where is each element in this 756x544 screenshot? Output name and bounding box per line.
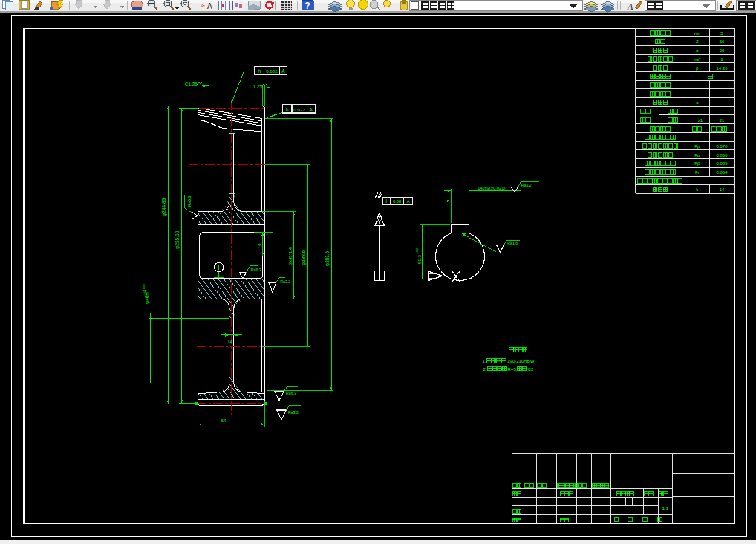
svg-text:0.002: 0.002 (266, 68, 278, 74)
svg-text:Ra3.2: Ra3.2 (288, 410, 299, 415)
svg-text:h: h (286, 107, 289, 112)
svg-text:20: 20 (720, 48, 725, 53)
svg-text:≈: ≈ (201, 2, 205, 10)
svg-text:14: 14 (227, 339, 233, 344)
svg-text:C2: C2 (528, 366, 534, 372)
svg-text:Ra1.6: Ra1.6 (507, 241, 518, 245)
svg-text:C1.25: C1.25 (250, 84, 262, 89)
svg-text:190-210HBW: 190-210HBW (507, 358, 535, 363)
svg-text:A: A (207, 2, 212, 10)
svg-text:1:1: 1:1 (662, 505, 669, 511)
svg-text:C1.25: C1.25 (185, 82, 198, 87)
svg-text:0.050: 0.050 (716, 153, 728, 158)
svg-text:φ188.6: φ188.6 (301, 250, 307, 265)
svg-text:19: 19 (258, 243, 262, 248)
svg-text:14: 14 (720, 187, 725, 192)
svg-text:z1: z1 (698, 118, 703, 123)
svg-text:Fr: Fr (695, 170, 700, 175)
svg-text:β: β (696, 66, 699, 71)
svg-text:h: h (258, 68, 261, 74)
svg-text:mn: mn (694, 31, 700, 36)
svg-text:Fβ: Fβ (694, 161, 700, 166)
svg-text:A: A (407, 199, 410, 204)
svg-text:Fp: Fp (694, 144, 700, 149)
svg-text:50.3: 50.3 (417, 254, 422, 264)
svg-text:α: α (696, 48, 699, 53)
svg-text:14.36: 14.36 (716, 66, 728, 71)
svg-text:?: ? (304, 1, 310, 11)
svg-text:Ra6.3: Ra6.3 (251, 268, 261, 272)
svg-text:0.089: 0.089 (716, 161, 728, 166)
svg-text:56: 56 (720, 39, 725, 44)
svg-text:14Js9(±0.021): 14Js9(±0.021) (478, 186, 505, 190)
svg-text:1.: 1. (483, 358, 486, 363)
svg-text:φ244.89: φ244.89 (161, 198, 167, 216)
svg-text:+0.2: +0.2 (415, 247, 419, 254)
svg-text:ha*: ha* (694, 57, 701, 62)
svg-text:φ201.6: φ201.6 (325, 250, 330, 266)
svg-text:A: A (281, 68, 285, 74)
svg-text:+0.025: +0.025 (142, 283, 146, 294)
svg-text:21: 21 (720, 118, 725, 123)
svg-text:A: A (627, 1, 633, 12)
svg-text:0.070: 0.070 (716, 144, 728, 149)
svg-text:64: 64 (221, 418, 227, 423)
svg-text:Z: Z (696, 39, 699, 44)
svg-text:Ra3.2: Ra3.2 (280, 279, 290, 284)
svg-text:R=5,: R=5, (508, 366, 518, 372)
svg-text:Fα: Fα (694, 153, 700, 158)
svg-text:A: A (310, 107, 313, 112)
svg-text:2x45°1.4: 2x45°1.4 (288, 247, 293, 265)
svg-text:2.: 2. (483, 366, 487, 372)
svg-text:φ235.88: φ235.88 (175, 230, 180, 249)
svg-text:0.022: 0.022 (293, 107, 305, 112)
svg-text:Ra6.3: Ra6.3 (286, 391, 296, 395)
svg-text:Ra6.3: Ra6.3 (187, 196, 192, 207)
svg-text:0.064: 0.064 (716, 170, 728, 175)
svg-text:0.08: 0.08 (393, 199, 401, 204)
svg-text:Ra3.2: Ra3.2 (521, 183, 532, 187)
